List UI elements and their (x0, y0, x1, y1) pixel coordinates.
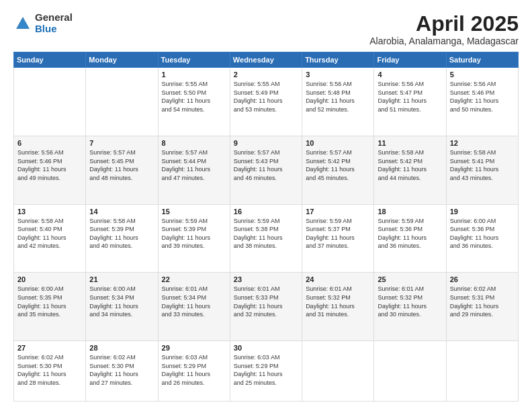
day-number: 25 (378, 275, 442, 283)
calendar-header-wednesday: Wednesday (230, 52, 302, 68)
day-number: 3 (306, 71, 370, 79)
calendar-day-cell: 8Sunrise: 5:57 AM Sunset: 5:44 PM Daylig… (158, 136, 230, 204)
logo: General Blue (13, 12, 73, 34)
calendar-header-sunday: Sunday (14, 52, 86, 68)
calendar-day-cell: 11Sunrise: 5:58 AM Sunset: 5:42 PM Dayli… (374, 136, 446, 204)
day-number: 26 (450, 275, 515, 283)
calendar-day-cell (302, 341, 374, 402)
day-detail: Sunrise: 5:57 AM Sunset: 5:43 PM Dayligh… (234, 148, 298, 182)
day-number: 28 (89, 344, 154, 352)
calendar-day-cell: 10Sunrise: 5:57 AM Sunset: 5:42 PM Dayli… (302, 136, 374, 204)
calendar-day-cell: 16Sunrise: 5:59 AM Sunset: 5:38 PM Dayli… (230, 204, 302, 273)
day-number: 6 (17, 139, 82, 147)
calendar-day-cell: 22Sunrise: 6:01 AM Sunset: 5:34 PM Dayli… (158, 273, 230, 341)
day-detail: Sunrise: 5:59 AM Sunset: 5:39 PM Dayligh… (162, 217, 226, 250)
calendar-day-cell: 5Sunrise: 5:56 AM Sunset: 5:46 PM Daylig… (446, 68, 518, 136)
day-number: 29 (162, 344, 226, 352)
day-detail: Sunrise: 6:02 AM Sunset: 5:31 PM Dayligh… (450, 285, 515, 318)
logo-general-text: General (35, 12, 73, 24)
day-detail: Sunrise: 5:56 AM Sunset: 5:48 PM Dayligh… (306, 80, 370, 113)
day-number: 7 (89, 139, 154, 147)
svg-marker-1 (17, 19, 28, 28)
month-title: April 2025 (369, 12, 519, 36)
calendar-header-thursday: Thursday (302, 52, 374, 68)
calendar-day-cell (86, 68, 158, 136)
day-detail: Sunrise: 5:57 AM Sunset: 5:45 PM Dayligh… (89, 148, 154, 182)
day-number: 27 (17, 344, 82, 352)
logo-blue-text: Blue (35, 24, 73, 35)
calendar-day-cell: 6Sunrise: 5:56 AM Sunset: 5:46 PM Daylig… (14, 136, 86, 204)
calendar-day-cell: 15Sunrise: 5:59 AM Sunset: 5:39 PM Dayli… (158, 204, 230, 273)
calendar-table: SundayMondayTuesdayWednesdayThursdayFrid… (13, 52, 519, 402)
day-detail: Sunrise: 6:01 AM Sunset: 5:32 PM Dayligh… (306, 285, 370, 318)
day-number: 22 (162, 275, 226, 283)
day-detail: Sunrise: 5:56 AM Sunset: 5:46 PM Dayligh… (17, 148, 82, 182)
day-number: 18 (378, 208, 442, 216)
logo-icon (13, 14, 32, 33)
day-detail: Sunrise: 6:01 AM Sunset: 5:34 PM Dayligh… (162, 285, 226, 318)
day-detail: Sunrise: 5:55 AM Sunset: 5:49 PM Dayligh… (234, 80, 298, 113)
calendar-day-cell: 26Sunrise: 6:02 AM Sunset: 5:31 PM Dayli… (446, 273, 518, 341)
day-number: 24 (306, 275, 370, 283)
day-number: 11 (378, 139, 442, 147)
day-detail: Sunrise: 5:59 AM Sunset: 5:37 PM Dayligh… (306, 217, 370, 250)
day-detail: Sunrise: 5:56 AM Sunset: 5:47 PM Dayligh… (378, 80, 442, 113)
day-number: 12 (450, 139, 515, 147)
day-detail: Sunrise: 6:02 AM Sunset: 5:30 PM Dayligh… (17, 353, 82, 387)
calendar-day-cell: 13Sunrise: 5:58 AM Sunset: 5:40 PM Dayli… (14, 204, 86, 273)
day-detail: Sunrise: 5:57 AM Sunset: 5:42 PM Dayligh… (306, 148, 370, 182)
day-detail: Sunrise: 5:58 AM Sunset: 5:39 PM Dayligh… (89, 217, 154, 250)
calendar-day-cell (374, 341, 446, 402)
day-detail: Sunrise: 5:58 AM Sunset: 5:40 PM Dayligh… (17, 217, 82, 250)
day-detail: Sunrise: 5:59 AM Sunset: 5:36 PM Dayligh… (378, 217, 442, 250)
day-number: 20 (17, 275, 82, 283)
day-detail: Sunrise: 5:57 AM Sunset: 5:44 PM Dayligh… (162, 148, 226, 182)
calendar-day-cell: 20Sunrise: 6:00 AM Sunset: 5:35 PM Dayli… (14, 273, 86, 341)
day-detail: Sunrise: 6:01 AM Sunset: 5:33 PM Dayligh… (234, 285, 298, 318)
day-number: 16 (234, 208, 298, 216)
calendar-day-cell (446, 341, 518, 402)
day-detail: Sunrise: 6:00 AM Sunset: 5:36 PM Dayligh… (450, 217, 515, 250)
day-number: 21 (89, 275, 154, 283)
calendar-day-cell: 4Sunrise: 5:56 AM Sunset: 5:47 PM Daylig… (374, 68, 446, 136)
calendar-header-tuesday: Tuesday (158, 52, 230, 68)
day-number: 4 (378, 71, 442, 79)
calendar-day-cell: 9Sunrise: 5:57 AM Sunset: 5:43 PM Daylig… (230, 136, 302, 204)
calendar-day-cell: 17Sunrise: 5:59 AM Sunset: 5:37 PM Dayli… (302, 204, 374, 273)
day-number: 19 (450, 208, 515, 216)
day-number: 17 (306, 208, 370, 216)
calendar-day-cell: 12Sunrise: 5:58 AM Sunset: 5:41 PM Dayli… (446, 136, 518, 204)
day-detail: Sunrise: 6:01 AM Sunset: 5:32 PM Dayligh… (378, 285, 442, 318)
day-number: 14 (89, 208, 154, 216)
day-detail: Sunrise: 5:58 AM Sunset: 5:41 PM Dayligh… (450, 148, 515, 182)
calendar-day-cell: 19Sunrise: 6:00 AM Sunset: 5:36 PM Dayli… (446, 204, 518, 273)
calendar-week-row: 6Sunrise: 5:56 AM Sunset: 5:46 PM Daylig… (14, 136, 519, 204)
calendar-day-cell: 18Sunrise: 5:59 AM Sunset: 5:36 PM Dayli… (374, 204, 446, 273)
day-number: 30 (234, 344, 298, 352)
day-number: 8 (162, 139, 226, 147)
calendar-day-cell: 27Sunrise: 6:02 AM Sunset: 5:30 PM Dayli… (14, 341, 86, 402)
day-detail: Sunrise: 5:59 AM Sunset: 5:38 PM Dayligh… (234, 217, 298, 250)
logo-text: General Blue (35, 12, 73, 34)
calendar-day-cell: 30Sunrise: 6:03 AM Sunset: 5:29 PM Dayli… (230, 341, 302, 402)
calendar-day-cell: 2Sunrise: 5:55 AM Sunset: 5:49 PM Daylig… (230, 68, 302, 136)
day-number: 2 (234, 71, 298, 79)
day-number: 9 (234, 139, 298, 147)
day-detail: Sunrise: 6:00 AM Sunset: 5:35 PM Dayligh… (17, 285, 82, 318)
location-title: Alarobia, Analamanga, Madagascar (369, 36, 519, 46)
day-detail: Sunrise: 5:55 AM Sunset: 5:50 PM Dayligh… (162, 80, 226, 113)
calendar-week-row: 13Sunrise: 5:58 AM Sunset: 5:40 PM Dayli… (14, 204, 519, 273)
calendar-day-cell: 28Sunrise: 6:02 AM Sunset: 5:30 PM Dayli… (86, 341, 158, 402)
day-number: 10 (306, 139, 370, 147)
calendar-day-cell: 14Sunrise: 5:58 AM Sunset: 5:39 PM Dayli… (86, 204, 158, 273)
day-detail: Sunrise: 5:56 AM Sunset: 5:46 PM Dayligh… (450, 80, 515, 113)
day-number: 1 (162, 71, 226, 79)
calendar-day-cell: 25Sunrise: 6:01 AM Sunset: 5:32 PM Dayli… (374, 273, 446, 341)
calendar-week-row: 1Sunrise: 5:55 AM Sunset: 5:50 PM Daylig… (14, 68, 519, 136)
calendar-week-row: 27Sunrise: 6:02 AM Sunset: 5:30 PM Dayli… (14, 341, 519, 402)
calendar-day-cell: 29Sunrise: 6:03 AM Sunset: 5:29 PM Dayli… (158, 341, 230, 402)
day-detail: Sunrise: 6:00 AM Sunset: 5:34 PM Dayligh… (89, 285, 154, 318)
calendar-day-cell: 23Sunrise: 6:01 AM Sunset: 5:33 PM Dayli… (230, 273, 302, 341)
day-detail: Sunrise: 6:03 AM Sunset: 5:29 PM Dayligh… (234, 353, 298, 387)
calendar-header-monday: Monday (86, 52, 158, 68)
